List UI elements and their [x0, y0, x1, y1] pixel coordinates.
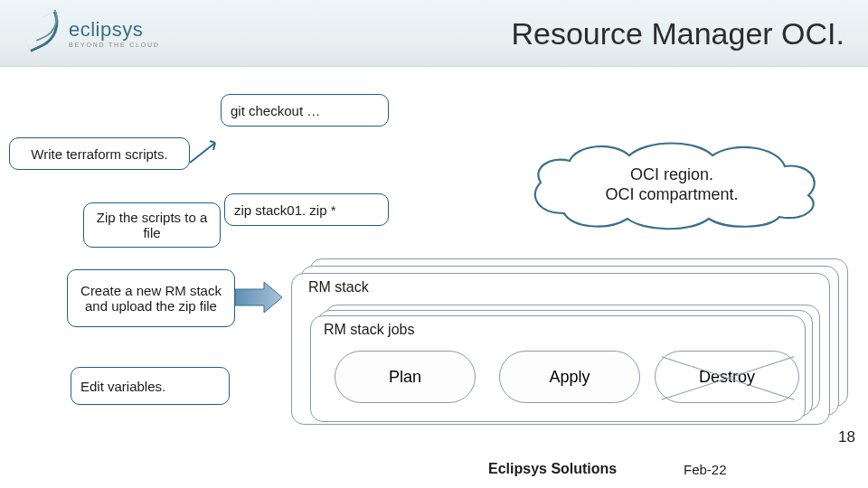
- step-zip-scripts: Zip the scripts to a file: [83, 202, 221, 248]
- header-bar: eclipsys BEYOND THE CLOUD Resource Manag…: [0, 0, 868, 67]
- swoosh-icon: [25, 14, 63, 52]
- arrow-icon: [233, 278, 286, 316]
- cmd-git-checkout: git checkout …: [221, 94, 389, 127]
- slide: eclipsys BEYOND THE CLOUD Resource Manag…: [0, 0, 868, 488]
- oci-region-cloud: OCI region. OCI compartment.: [519, 136, 825, 233]
- rm-jobs-label: RM stack jobs: [324, 322, 414, 338]
- footer-company: Eclipsys Solutions: [488, 461, 617, 477]
- svg-marker-0: [235, 282, 282, 313]
- cloud-line2: OCI compartment.: [605, 184, 738, 205]
- page-title: Resource Manager OCI.: [512, 16, 845, 52]
- job-destroy-label: Destroy: [699, 368, 755, 387]
- step-edit-variables: Edit variables.: [71, 367, 230, 405]
- rm-stack-group: RM stack RM stack jobs Plan Apply Destro…: [291, 258, 843, 425]
- job-destroy: Destroy: [655, 351, 799, 403]
- page-number: 18: [838, 428, 855, 446]
- cloud-line1: OCI region.: [630, 164, 713, 185]
- job-plan: Plan: [335, 351, 476, 403]
- rm-stack-label: RM stack: [308, 279, 369, 296]
- cmd-zip: zip stack01. zip *: [224, 193, 389, 226]
- arrow-icon: [188, 136, 230, 170]
- job-apply: Apply: [499, 351, 640, 403]
- step-create-rm-stack: Create a new RM stack and upload the zip…: [67, 269, 235, 327]
- brand-tagline: BEYOND THE CLOUD: [69, 42, 160, 48]
- brand-name: eclipsys: [69, 20, 160, 40]
- step-write-terraform: Write terraform scripts.: [9, 137, 190, 170]
- brand-logo: eclipsys BEYOND THE CLOUD: [25, 14, 160, 52]
- footer-date: Feb-22: [684, 462, 727, 477]
